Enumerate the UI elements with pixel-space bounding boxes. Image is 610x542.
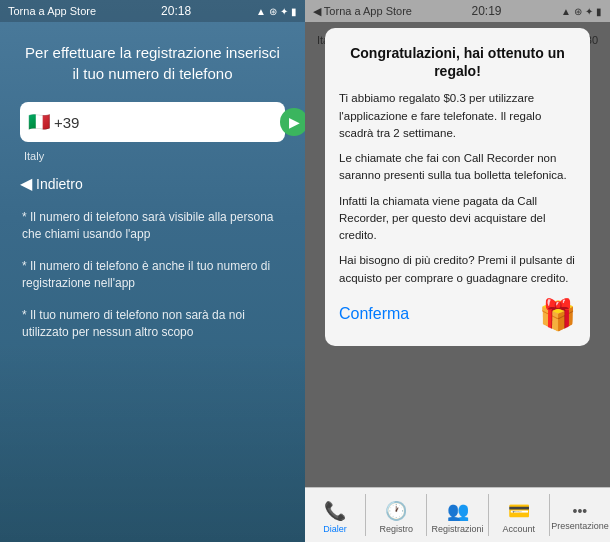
right-panel: ◀ Torna a App Store 20:19 ▲ ⊛ ✦ ▮ Italy … bbox=[305, 0, 610, 542]
tab-account[interactable]: 💳 Account bbox=[489, 488, 549, 542]
modal-paragraph-1: Ti abbiamo regalato $0.3 per utilizzare … bbox=[339, 90, 576, 142]
right-status-icons: ▲ ⊛ ✦ ▮ bbox=[561, 6, 602, 17]
right-main: Italy $0.30 Prova 📞 👤 Collegato Wifi Con… bbox=[305, 22, 610, 487]
wifi-icon: ⊛ bbox=[269, 6, 277, 17]
right-battery-icon: ▮ bbox=[596, 6, 602, 17]
go-button[interactable]: ▶ bbox=[280, 108, 305, 136]
registrazioni-label: Registrazioni bbox=[431, 524, 483, 534]
go-arrow-icon: ▶ bbox=[289, 114, 300, 130]
right-signal-icon: ▲ bbox=[561, 6, 571, 17]
left-back-link[interactable]: Torna a App Store bbox=[8, 5, 96, 17]
modal-overlay: Congratulazioni, hai ottenuto un regalo!… bbox=[305, 22, 610, 487]
battery-icon: ▮ bbox=[291, 6, 297, 17]
registrazioni-icon: 👥 bbox=[447, 500, 469, 522]
country-label: Italy bbox=[20, 150, 285, 162]
tab-registrazioni[interactable]: 👥 Registrazioni bbox=[427, 488, 487, 542]
modal-footer: Conferma 🎁 bbox=[339, 297, 576, 332]
phone-input[interactable] bbox=[84, 114, 274, 131]
tab-bar: 📞 Dialer 🕐 Registro 👥 Registrazioni 💳 Ac… bbox=[305, 487, 610, 542]
flag-area[interactable]: 🇮🇹 +39 bbox=[28, 111, 78, 133]
signal-icon: ▲ bbox=[256, 6, 266, 17]
tab-dialer[interactable]: 📞 Dialer bbox=[305, 488, 365, 542]
info-item-1: * Il numero di telefono sarà visibile al… bbox=[20, 209, 285, 244]
modal-body: Ti abbiamo regalato $0.3 per utilizzare … bbox=[339, 90, 576, 287]
left-panel: Torna a App Store 20:18 ▲ ⊛ ✦ ▮ Per effe… bbox=[0, 0, 305, 542]
modal-paragraph-2: Le chiamate che fai con Call Recorder no… bbox=[339, 150, 576, 185]
tab-presentazione[interactable]: ••• Presentazione bbox=[550, 488, 610, 542]
registro-label: Registro bbox=[380, 524, 414, 534]
left-time: 20:18 bbox=[161, 4, 191, 18]
left-content: Per effettuare la registrazione inserisc… bbox=[0, 22, 305, 542]
back-button[interactable]: ◀ Indietro bbox=[20, 174, 285, 193]
bluetooth-icon: ✦ bbox=[280, 6, 288, 17]
presentazione-icon: ••• bbox=[573, 503, 588, 519]
info-item-2: * Il numero di telefono è anche il tuo n… bbox=[20, 258, 285, 293]
back-button-label: Indietro bbox=[36, 176, 83, 192]
registro-icon: 🕐 bbox=[385, 500, 407, 522]
account-icon: 💳 bbox=[508, 500, 530, 522]
left-status-bar: Torna a App Store 20:18 ▲ ⊛ ✦ ▮ bbox=[0, 0, 305, 22]
presentazione-label: Presentazione bbox=[551, 521, 609, 531]
tab-registro[interactable]: 🕐 Registro bbox=[366, 488, 426, 542]
left-status-icons: ▲ ⊛ ✦ ▮ bbox=[256, 6, 297, 17]
modal-title: Congratulazioni, hai ottenuto un regalo! bbox=[339, 44, 576, 80]
info-item-3: * Il tuo numero di telefono non sarà da … bbox=[20, 307, 285, 342]
right-wifi-icon: ⊛ bbox=[574, 6, 582, 17]
back-arrow-icon: ◀ bbox=[20, 174, 32, 193]
dialer-icon: 📞 bbox=[324, 500, 346, 522]
info-list: * Il numero di telefono sarà visibile al… bbox=[20, 209, 285, 341]
modal-paragraph-4: Hai bisogno di più credito? Premi il pul… bbox=[339, 252, 576, 287]
flag-icon: 🇮🇹 bbox=[28, 111, 50, 133]
gift-icon: 🎁 bbox=[539, 297, 576, 332]
phone-input-row: 🇮🇹 +39 ▶ bbox=[20, 102, 285, 142]
modal-paragraph-3: Infatti la chiamata viene pagata da Call… bbox=[339, 193, 576, 245]
country-code: +39 bbox=[54, 114, 79, 131]
right-time: 20:19 bbox=[471, 4, 501, 18]
right-back-link[interactable]: ◀ Torna a App Store bbox=[313, 5, 412, 18]
right-bluetooth-icon: ✦ bbox=[585, 6, 593, 17]
confirm-button[interactable]: Conferma bbox=[339, 305, 539, 323]
registration-title: Per effettuare la registrazione inserisc… bbox=[20, 42, 285, 84]
dialer-label: Dialer bbox=[323, 524, 347, 534]
account-label: Account bbox=[502, 524, 535, 534]
modal-box: Congratulazioni, hai ottenuto un regalo!… bbox=[325, 28, 590, 346]
right-status-bar: ◀ Torna a App Store 20:19 ▲ ⊛ ✦ ▮ bbox=[305, 0, 610, 22]
